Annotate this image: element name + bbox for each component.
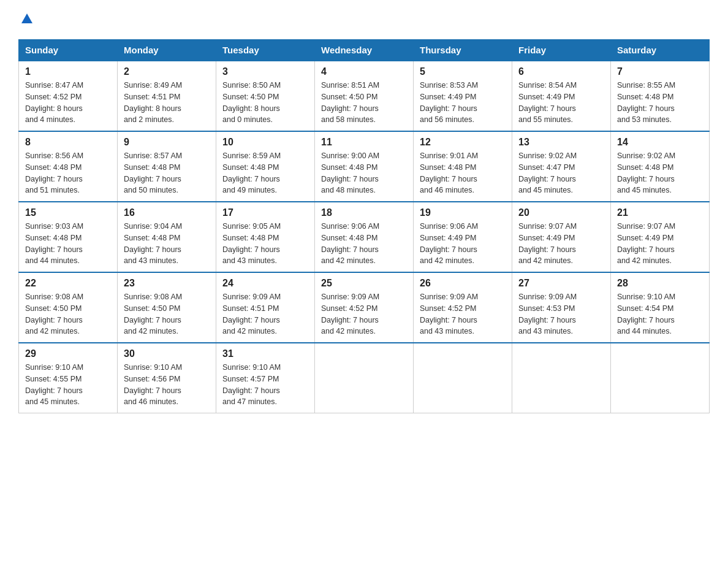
day-info: Sunrise: 9:07 AMSunset: 4:49 PMDaylight:… (617, 221, 703, 267)
day-info: Sunrise: 9:00 AMSunset: 4:48 PMDaylight:… (321, 150, 407, 196)
day-number: 11 (321, 137, 407, 148)
day-info: Sunrise: 9:02 AMSunset: 4:48 PMDaylight:… (617, 150, 703, 196)
day-info: Sunrise: 9:10 AMSunset: 4:56 PMDaylight:… (124, 362, 210, 408)
weekday-monday: Monday (118, 40, 216, 61)
day-info: Sunrise: 9:01 AMSunset: 4:48 PMDaylight:… (420, 150, 506, 196)
day-number: 26 (420, 278, 506, 289)
day-cell-7: 7 Sunrise: 8:55 AMSunset: 4:48 PMDayligh… (611, 61, 710, 131)
day-info: Sunrise: 9:10 AMSunset: 4:54 PMDaylight:… (617, 291, 703, 337)
day-cell-25: 25 Sunrise: 9:09 AMSunset: 4:52 PMDaylig… (315, 272, 414, 343)
day-info: Sunrise: 8:57 AMSunset: 4:48 PMDaylight:… (124, 150, 210, 196)
week-row-5: 29 Sunrise: 9:10 AMSunset: 4:55 PMDaylig… (19, 343, 710, 413)
day-info: Sunrise: 9:06 AMSunset: 4:49 PMDaylight:… (420, 221, 506, 267)
day-info: Sunrise: 8:55 AMSunset: 4:48 PMDaylight:… (617, 80, 703, 126)
day-cell-29: 29 Sunrise: 9:10 AMSunset: 4:55 PMDaylig… (19, 343, 118, 413)
day-info: Sunrise: 8:59 AMSunset: 4:48 PMDaylight:… (222, 150, 308, 196)
day-cell-6: 6 Sunrise: 8:54 AMSunset: 4:49 PMDayligh… (512, 61, 611, 131)
weekday-saturday: Saturday (611, 40, 710, 61)
day-cell-20: 20 Sunrise: 9:07 AMSunset: 4:49 PMDaylig… (512, 202, 611, 272)
day-number: 19 (420, 207, 506, 218)
day-number: 14 (617, 137, 703, 148)
day-cell-16: 16 Sunrise: 9:04 AMSunset: 4:48 PMDaylig… (118, 202, 216, 272)
day-cell-13: 13 Sunrise: 9:02 AMSunset: 4:47 PMDaylig… (512, 131, 611, 202)
day-cell-5: 5 Sunrise: 8:53 AMSunset: 4:49 PMDayligh… (414, 61, 512, 131)
day-number: 22 (25, 278, 111, 289)
day-number: 23 (124, 278, 210, 289)
day-number: 28 (617, 278, 703, 289)
weekday-wednesday: Wednesday (315, 40, 414, 61)
svg-marker-0 (21, 13, 32, 23)
day-number: 7 (617, 66, 703, 77)
weekday-header-row: SundayMondayTuesdayWednesdayThursdayFrid… (19, 40, 710, 61)
week-row-2: 8 Sunrise: 8:56 AMSunset: 4:48 PMDayligh… (19, 131, 710, 202)
day-number: 15 (25, 207, 111, 218)
day-cell-24: 24 Sunrise: 9:09 AMSunset: 4:51 PMDaylig… (216, 272, 315, 343)
page-header (18, 12, 710, 28)
week-row-3: 15 Sunrise: 9:03 AMSunset: 4:48 PMDaylig… (19, 202, 710, 272)
weekday-tuesday: Tuesday (216, 40, 315, 61)
day-cell-30: 30 Sunrise: 9:10 AMSunset: 4:56 PMDaylig… (118, 343, 216, 413)
day-info: Sunrise: 8:50 AMSunset: 4:50 PMDaylight:… (222, 80, 308, 126)
day-cell-26: 26 Sunrise: 9:09 AMSunset: 4:52 PMDaylig… (414, 272, 512, 343)
day-number: 24 (222, 278, 308, 289)
day-info: Sunrise: 9:07 AMSunset: 4:49 PMDaylight:… (518, 221, 604, 267)
day-info: Sunrise: 9:08 AMSunset: 4:50 PMDaylight:… (25, 291, 111, 337)
calendar-table: SundayMondayTuesdayWednesdayThursdayFrid… (18, 39, 710, 413)
empty-cell (315, 343, 414, 413)
day-number: 5 (420, 66, 506, 77)
day-cell-23: 23 Sunrise: 9:08 AMSunset: 4:50 PMDaylig… (118, 272, 216, 343)
day-number: 9 (124, 137, 210, 148)
day-number: 4 (321, 66, 407, 77)
weekday-friday: Friday (512, 40, 611, 61)
week-row-4: 22 Sunrise: 9:08 AMSunset: 4:50 PMDaylig… (19, 272, 710, 343)
day-cell-8: 8 Sunrise: 8:56 AMSunset: 4:48 PMDayligh… (19, 131, 118, 202)
empty-cell (512, 343, 611, 413)
day-number: 10 (222, 137, 308, 148)
empty-cell (611, 343, 710, 413)
day-number: 31 (222, 348, 308, 359)
day-cell-9: 9 Sunrise: 8:57 AMSunset: 4:48 PMDayligh… (118, 131, 216, 202)
day-info: Sunrise: 8:53 AMSunset: 4:49 PMDaylight:… (420, 80, 506, 126)
day-number: 1 (25, 66, 111, 77)
day-cell-12: 12 Sunrise: 9:01 AMSunset: 4:48 PMDaylig… (414, 131, 512, 202)
day-number: 25 (321, 278, 407, 289)
weekday-sunday: Sunday (19, 40, 118, 61)
day-number: 3 (222, 66, 308, 77)
day-info: Sunrise: 9:05 AMSunset: 4:48 PMDaylight:… (222, 221, 308, 267)
day-number: 6 (518, 66, 604, 77)
day-cell-27: 27 Sunrise: 9:09 AMSunset: 4:53 PMDaylig… (512, 272, 611, 343)
day-info: Sunrise: 9:08 AMSunset: 4:50 PMDaylight:… (124, 291, 210, 337)
day-number: 21 (617, 207, 703, 218)
day-cell-10: 10 Sunrise: 8:59 AMSunset: 4:48 PMDaylig… (216, 131, 315, 202)
day-info: Sunrise: 8:47 AMSunset: 4:52 PMDaylight:… (25, 80, 111, 126)
day-cell-18: 18 Sunrise: 9:06 AMSunset: 4:48 PMDaylig… (315, 202, 414, 272)
day-info: Sunrise: 9:10 AMSunset: 4:55 PMDaylight:… (25, 362, 111, 408)
day-cell-22: 22 Sunrise: 9:08 AMSunset: 4:50 PMDaylig… (19, 272, 118, 343)
day-cell-17: 17 Sunrise: 9:05 AMSunset: 4:48 PMDaylig… (216, 202, 315, 272)
day-cell-11: 11 Sunrise: 9:00 AMSunset: 4:48 PMDaylig… (315, 131, 414, 202)
day-cell-3: 3 Sunrise: 8:50 AMSunset: 4:50 PMDayligh… (216, 61, 315, 131)
day-cell-1: 1 Sunrise: 8:47 AMSunset: 4:52 PMDayligh… (19, 61, 118, 131)
day-cell-28: 28 Sunrise: 9:10 AMSunset: 4:54 PMDaylig… (611, 272, 710, 343)
day-number: 27 (518, 278, 604, 289)
day-cell-4: 4 Sunrise: 8:51 AMSunset: 4:50 PMDayligh… (315, 61, 414, 131)
week-row-1: 1 Sunrise: 8:47 AMSunset: 4:52 PMDayligh… (19, 61, 710, 131)
day-number: 12 (420, 137, 506, 148)
day-info: Sunrise: 8:49 AMSunset: 4:51 PMDaylight:… (124, 80, 210, 126)
day-info: Sunrise: 9:09 AMSunset: 4:53 PMDaylight:… (518, 291, 604, 337)
day-info: Sunrise: 9:03 AMSunset: 4:48 PMDaylight:… (25, 221, 111, 267)
day-info: Sunrise: 9:04 AMSunset: 4:48 PMDaylight:… (124, 221, 210, 267)
day-cell-2: 2 Sunrise: 8:49 AMSunset: 4:51 PMDayligh… (118, 61, 216, 131)
day-number: 2 (124, 66, 210, 77)
day-info: Sunrise: 9:10 AMSunset: 4:57 PMDaylight:… (222, 362, 308, 408)
day-cell-21: 21 Sunrise: 9:07 AMSunset: 4:49 PMDaylig… (611, 202, 710, 272)
day-number: 16 (124, 207, 210, 218)
day-number: 17 (222, 207, 308, 218)
day-info: Sunrise: 8:56 AMSunset: 4:48 PMDaylight:… (25, 150, 111, 196)
day-info: Sunrise: 9:09 AMSunset: 4:51 PMDaylight:… (222, 291, 308, 337)
day-number: 30 (124, 348, 210, 359)
logo (18, 12, 34, 28)
weekday-thursday: Thursday (414, 40, 512, 61)
empty-cell (414, 343, 512, 413)
day-number: 18 (321, 207, 407, 218)
